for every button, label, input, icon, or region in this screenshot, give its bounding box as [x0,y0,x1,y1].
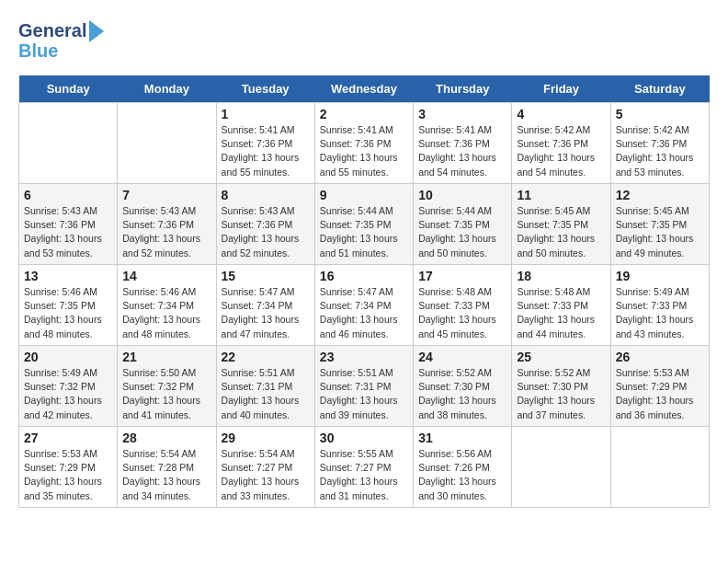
day-info: Sunrise: 5:53 AM Sunset: 7:29 PM Dayligh… [24,447,112,503]
calendar-cell: 3Sunrise: 5:41 AM Sunset: 7:36 PM Daylig… [414,103,512,184]
day-header-tuesday: Tuesday [216,75,314,103]
day-number: 29 [222,431,310,445]
calendar-body: 1Sunrise: 5:41 AM Sunset: 7:36 PM Daylig… [19,103,710,508]
day-number: 20 [24,350,112,364]
day-info: Sunrise: 5:41 AM Sunset: 7:36 PM Dayligh… [222,123,310,179]
day-info: Sunrise: 5:52 AM Sunset: 7:30 PM Dayligh… [517,366,605,422]
day-number: 2 [320,107,408,121]
day-info: Sunrise: 5:48 AM Sunset: 7:33 PM Dayligh… [418,285,506,341]
calendar-cell: 25Sunrise: 5:52 AM Sunset: 7:30 PM Dayli… [512,346,610,427]
day-info: Sunrise: 5:50 AM Sunset: 7:32 PM Dayligh… [122,366,210,422]
day-number: 5 [616,107,704,121]
day-header-monday: Monday [118,75,216,103]
calendar-cell: 29Sunrise: 5:54 AM Sunset: 7:27 PM Dayli… [216,427,314,508]
calendar-cell: 4Sunrise: 5:42 AM Sunset: 7:36 PM Daylig… [512,103,610,184]
calendar-cell: 28Sunrise: 5:54 AM Sunset: 7:28 PM Dayli… [118,427,216,508]
calendar-cell: 5Sunrise: 5:42 AM Sunset: 7:36 PM Daylig… [610,103,709,184]
day-number: 8 [222,188,310,202]
day-number: 22 [222,350,310,364]
calendar-cell: 21Sunrise: 5:50 AM Sunset: 7:32 PM Dayli… [118,346,216,427]
day-number: 12 [616,188,704,202]
day-info: Sunrise: 5:43 AM Sunset: 7:36 PM Dayligh… [24,204,112,260]
day-info: Sunrise: 5:55 AM Sunset: 7:27 PM Dayligh… [320,447,408,503]
calendar-cell: 6Sunrise: 5:43 AM Sunset: 7:36 PM Daylig… [19,184,118,265]
week-row-3: 13Sunrise: 5:46 AM Sunset: 7:35 PM Dayli… [19,265,710,346]
day-number: 4 [517,107,605,121]
logo: General Blue [18,18,104,61]
calendar-cell: 30Sunrise: 5:55 AM Sunset: 7:27 PM Dayli… [314,427,413,508]
day-header-saturday: Saturday [610,75,709,103]
day-number: 30 [320,431,408,445]
day-info: Sunrise: 5:47 AM Sunset: 7:34 PM Dayligh… [222,285,310,341]
calendar-cell: 31Sunrise: 5:56 AM Sunset: 7:26 PM Dayli… [414,427,512,508]
calendar-cell: 17Sunrise: 5:48 AM Sunset: 7:33 PM Dayli… [414,265,512,346]
day-header-thursday: Thursday [414,75,512,103]
logo-blue: Blue [18,40,104,61]
day-header-wednesday: Wednesday [314,75,413,103]
day-number: 14 [122,269,210,283]
week-row-4: 20Sunrise: 5:49 AM Sunset: 7:32 PM Dayli… [19,346,710,427]
day-number: 19 [616,269,704,283]
calendar-cell: 16Sunrise: 5:47 AM Sunset: 7:34 PM Dayli… [314,265,413,346]
calendar-cell: 19Sunrise: 5:49 AM Sunset: 7:33 PM Dayli… [610,265,709,346]
calendar-cell: 26Sunrise: 5:53 AM Sunset: 7:29 PM Dayli… [610,346,709,427]
day-number: 17 [418,269,506,283]
day-number: 27 [24,431,112,445]
day-number: 3 [418,107,506,121]
day-info: Sunrise: 5:42 AM Sunset: 7:36 PM Dayligh… [517,123,605,179]
logo-arrow-icon [89,20,104,42]
day-info: Sunrise: 5:47 AM Sunset: 7:34 PM Dayligh… [320,285,408,341]
day-number: 11 [517,188,605,202]
day-number: 10 [418,188,506,202]
day-number: 7 [122,188,210,202]
calendar-header-row: SundayMondayTuesdayWednesdayThursdayFrid… [19,75,710,103]
day-number: 26 [616,350,704,364]
day-number: 16 [320,269,408,283]
calendar-cell: 15Sunrise: 5:47 AM Sunset: 7:34 PM Dayli… [216,265,314,346]
day-info: Sunrise: 5:41 AM Sunset: 7:36 PM Dayligh… [320,123,408,179]
day-info: Sunrise: 5:44 AM Sunset: 7:35 PM Dayligh… [418,204,506,260]
calendar-cell: 13Sunrise: 5:46 AM Sunset: 7:35 PM Dayli… [19,265,118,346]
day-info: Sunrise: 5:49 AM Sunset: 7:32 PM Dayligh… [24,366,112,422]
day-header-sunday: Sunday [19,75,118,103]
week-row-2: 6Sunrise: 5:43 AM Sunset: 7:36 PM Daylig… [19,184,710,265]
day-info: Sunrise: 5:51 AM Sunset: 7:31 PM Dayligh… [222,366,310,422]
day-info: Sunrise: 5:54 AM Sunset: 7:28 PM Dayligh… [122,447,210,503]
page-header: General Blue [18,18,710,61]
day-number: 23 [320,350,408,364]
week-row-1: 1Sunrise: 5:41 AM Sunset: 7:36 PM Daylig… [19,103,710,184]
calendar-cell: 7Sunrise: 5:43 AM Sunset: 7:36 PM Daylig… [118,184,216,265]
day-number: 31 [418,431,506,445]
day-info: Sunrise: 5:46 AM Sunset: 7:34 PM Dayligh… [122,285,210,341]
day-header-friday: Friday [512,75,610,103]
day-number: 18 [517,269,605,283]
logo-general: General [18,20,86,40]
day-info: Sunrise: 5:49 AM Sunset: 7:33 PM Dayligh… [616,285,704,341]
calendar-cell: 22Sunrise: 5:51 AM Sunset: 7:31 PM Dayli… [216,346,314,427]
calendar-cell [19,103,118,184]
calendar-cell: 10Sunrise: 5:44 AM Sunset: 7:35 PM Dayli… [414,184,512,265]
calendar-cell: 14Sunrise: 5:46 AM Sunset: 7:34 PM Dayli… [118,265,216,346]
calendar-cell: 9Sunrise: 5:44 AM Sunset: 7:35 PM Daylig… [314,184,413,265]
day-info: Sunrise: 5:53 AM Sunset: 7:29 PM Dayligh… [616,366,704,422]
day-number: 6 [24,188,112,202]
calendar-cell [118,103,216,184]
day-info: Sunrise: 5:44 AM Sunset: 7:35 PM Dayligh… [320,204,408,260]
calendar-cell: 8Sunrise: 5:43 AM Sunset: 7:36 PM Daylig… [216,184,314,265]
day-info: Sunrise: 5:51 AM Sunset: 7:31 PM Dayligh… [320,366,408,422]
day-info: Sunrise: 5:46 AM Sunset: 7:35 PM Dayligh… [24,285,112,341]
day-info: Sunrise: 5:56 AM Sunset: 7:26 PM Dayligh… [418,447,506,503]
day-number: 9 [320,188,408,202]
day-number: 24 [418,350,506,364]
day-number: 15 [222,269,310,283]
day-info: Sunrise: 5:54 AM Sunset: 7:27 PM Dayligh… [222,447,310,503]
day-info: Sunrise: 5:43 AM Sunset: 7:36 PM Dayligh… [122,204,210,260]
day-number: 25 [517,350,605,364]
calendar-cell: 27Sunrise: 5:53 AM Sunset: 7:29 PM Dayli… [19,427,118,508]
calendar-cell [610,427,709,508]
day-info: Sunrise: 5:48 AM Sunset: 7:33 PM Dayligh… [517,285,605,341]
day-number: 21 [122,350,210,364]
day-info: Sunrise: 5:52 AM Sunset: 7:30 PM Dayligh… [418,366,506,422]
calendar-cell: 11Sunrise: 5:45 AM Sunset: 7:35 PM Dayli… [512,184,610,265]
calendar-cell: 24Sunrise: 5:52 AM Sunset: 7:30 PM Dayli… [414,346,512,427]
